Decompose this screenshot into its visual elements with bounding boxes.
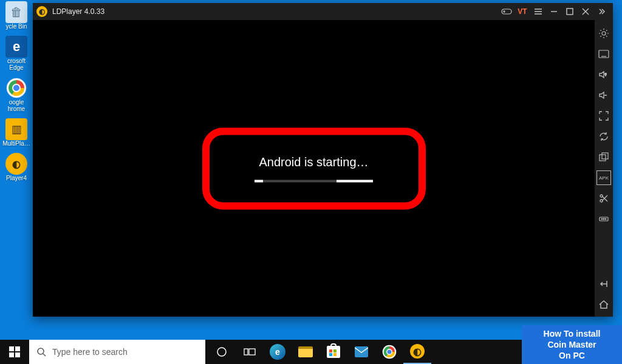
mail-icon (355, 346, 368, 357)
taskbar-pinned-icons: e ◐ (208, 340, 431, 364)
taskbar-ldplayer[interactable]: ◐ (403, 340, 431, 364)
desktop-icon-label: Player4 (6, 175, 27, 181)
search-icon (36, 347, 46, 357)
banner-line-2: Coin Master (547, 340, 596, 349)
svg-rect-22 (244, 349, 248, 355)
svg-point-10 (600, 195, 603, 197)
close-button[interactable] (578, 4, 593, 19)
multiplayer-icon: ▥ (5, 118, 27, 140)
emulator-viewport[interactable]: Android is starting… (33, 20, 595, 317)
start-button[interactable] (0, 340, 29, 364)
multi-instance-icon (599, 152, 609, 162)
taskbar-search[interactable]: Type here to search (29, 340, 205, 364)
desktop-icon-recycle-bin[interactable]: 🗑 ycle Bin (1, 1, 32, 30)
home-icon (598, 300, 609, 309)
loading-progress-bar (255, 180, 373, 182)
volume-up-button[interactable] (596, 67, 611, 82)
annotation-highlight-box: Android is starting… (202, 127, 426, 209)
volume-down-button[interactable] (596, 88, 611, 103)
minimize-icon (550, 7, 558, 16)
svg-rect-9 (602, 153, 608, 159)
svg-point-21 (217, 348, 226, 356)
tutorial-banner: How To install Coin Master On PC (522, 325, 622, 364)
chrome-icon (382, 345, 397, 359)
svg-rect-28 (355, 346, 368, 357)
chevrons-right-icon (597, 7, 606, 16)
window-title: LDPlayer 4.0.33 (52, 7, 104, 16)
desktop-icon-label: ycle Bin (5, 23, 27, 30)
desktop-icon-label: oogle hrome (1, 99, 32, 112)
svg-rect-17 (15, 346, 20, 351)
operation-sync-button[interactable] (596, 129, 611, 144)
svg-point-11 (600, 200, 603, 202)
android-home-button[interactable] (596, 297, 611, 312)
progress-segment (255, 180, 263, 182)
desktop-icon-multiplayer[interactable]: ▥ MultiPla… (1, 118, 32, 147)
close-icon (581, 7, 590, 16)
menu-icon[interactable] (530, 4, 546, 19)
more-button[interactable] (596, 212, 611, 226)
loading-text: Android is starting… (259, 155, 368, 169)
minimize-button[interactable] (546, 4, 562, 19)
app-logo-icon: ◐ (36, 6, 47, 17)
svg-rect-19 (15, 352, 20, 357)
scissors-icon (599, 194, 609, 203)
keyboard-icon (598, 50, 609, 58)
svg-rect-18 (9, 352, 14, 357)
emulator-window: ◐ LDPlayer 4.0.33 VT Android is starting… (33, 3, 613, 317)
svg-rect-26 (329, 353, 332, 356)
task-view-button[interactable] (236, 340, 264, 364)
back-icon (598, 280, 609, 288)
titlebar[interactable]: ◐ LDPlayer 4.0.33 VT (33, 3, 613, 20)
desktop-icon-edge[interactable]: e crosoft Edge (1, 36, 32, 71)
search-placeholder: Type here to search (52, 347, 128, 357)
progress-segment (337, 180, 373, 182)
taskbar-chrome[interactable] (375, 340, 403, 364)
vt-indicator[interactable]: VT (514, 4, 530, 19)
desktop-icon-ldplayer[interactable]: ◐ Player4 (1, 153, 32, 181)
svg-rect-24 (329, 349, 332, 352)
settings-button[interactable] (596, 26, 611, 41)
svg-point-6 (602, 32, 606, 35)
maximize-button[interactable] (562, 4, 578, 19)
android-back-button[interactable] (596, 277, 611, 291)
keyboard-mapping-button[interactable] (596, 47, 611, 61)
task-view-icon (244, 347, 256, 357)
windows-start-icon (9, 346, 20, 357)
gear-icon (598, 28, 609, 39)
edge-icon: e (5, 36, 27, 58)
cortana-button[interactable] (208, 340, 236, 364)
svg-point-15 (605, 218, 606, 220)
multi-instance-button[interactable] (596, 150, 611, 164)
volume-up-icon (598, 70, 609, 79)
desktop-icon-chrome[interactable]: oogle hrome (1, 77, 32, 112)
desktop-icon-label: MultiPla… (2, 140, 30, 147)
fullscreen-button[interactable] (596, 109, 611, 123)
taskbar-file-explorer[interactable] (292, 340, 320, 364)
taskbar-mail[interactable] (347, 340, 375, 364)
banner-line-3: On PC (559, 351, 585, 360)
svg-point-20 (38, 348, 44, 354)
desktop-icon-label: crosoft Edge (1, 58, 32, 71)
collapse-sidebar-button[interactable] (593, 4, 609, 19)
edge-icon: e (270, 344, 285, 360)
taskbar-edge[interactable]: e (264, 340, 292, 364)
ldplayer-icon: ◐ (5, 153, 27, 175)
fullscreen-icon (599, 111, 609, 121)
svg-rect-8 (600, 155, 606, 161)
emulator-sidebar: APK (595, 20, 613, 317)
svg-rect-25 (333, 349, 337, 352)
svg-rect-23 (249, 349, 255, 355)
game-controller-icon[interactable] (499, 4, 514, 19)
desktop-icons-column: 🗑 ycle Bin e crosoft Edge oogle hrome ▥ … (1, 1, 32, 187)
svg-point-13 (601, 218, 603, 220)
banner-line-1: How To install (544, 329, 601, 339)
sync-icon (598, 131, 609, 142)
store-icon (327, 346, 340, 358)
svg-rect-5 (567, 8, 573, 15)
taskbar-store[interactable] (320, 340, 347, 364)
screenshot-button[interactable] (596, 191, 611, 206)
recycle-bin-icon: 🗑 (5, 1, 27, 23)
install-apk-button[interactable]: APK (596, 170, 611, 185)
chrome-icon (5, 77, 27, 99)
